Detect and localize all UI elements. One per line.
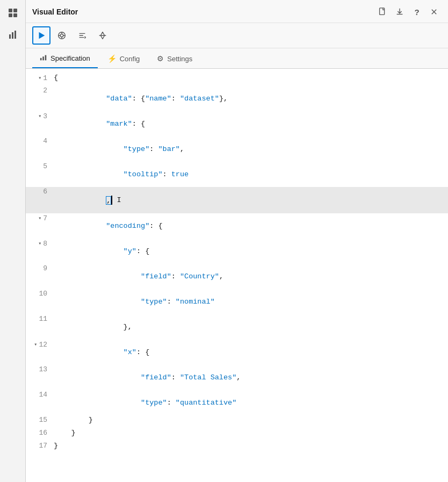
code-line-12-content: "x": { — [54, 340, 448, 364]
format-button[interactable] — [73, 26, 91, 45]
code-line-15-content: } — [54, 416, 448, 424]
line-number-17: 17 — [26, 442, 54, 450]
new-file-button[interactable] — [375, 4, 390, 19]
code-line-11-content: }, — [54, 315, 448, 339]
svg-rect-2 — [9, 13, 12, 17]
code-key: "data" — [89, 95, 132, 103]
table-row: ▾ 8 "y": { — [26, 239, 448, 264]
line-number-16: 16 — [26, 429, 54, 437]
code-line-9-content: "field": "Country", — [54, 264, 448, 289]
toolbar — [26, 23, 448, 48]
table-row: 16 } — [26, 428, 448, 441]
line-number-9: 9 — [26, 264, 54, 272]
code-line-7-content: "encoding": { — [54, 214, 448, 238]
code-line-17-content: } — [54, 442, 448, 450]
main-panel: Visual Editor ? — [26, 0, 448, 482]
fold-arrow-12[interactable]: ▾ — [34, 341, 37, 348]
line-number-4: 4 — [26, 137, 54, 145]
line-number-1: ▾ 1 — [26, 74, 54, 82]
line-number-6: 6 — [26, 188, 54, 196]
fold-arrow-3[interactable]: ▾ — [38, 113, 41, 119]
svg-rect-13 — [45, 55, 47, 61]
code-line-14-content: "type": "quantitative" — [54, 391, 448, 415]
line-number-12: ▾ 12 — [26, 341, 54, 349]
help-button[interactable]: ? — [409, 4, 424, 19]
table-row: ▾ 7 "encoding": { — [26, 213, 448, 239]
table-row: 15 } — [26, 415, 448, 428]
svg-rect-11 — [40, 58, 42, 60]
close-button[interactable] — [427, 4, 442, 19]
table-row: ▾ 12 "x": { — [26, 340, 448, 365]
line-number-3: ▾ 3 — [26, 112, 54, 120]
code-line-13-content: "field": "Total Sales", — [54, 365, 448, 390]
code-line-6-content: , I — [54, 188, 448, 213]
table-row: 13 "field": "Total Sales", — [26, 365, 448, 390]
code-line-16-content: } — [54, 429, 448, 437]
table-row: ▾ 1 { — [26, 73, 448, 86]
run-button[interactable] — [32, 26, 50, 45]
code-line-8-content: "y": { — [54, 239, 448, 263]
line-number-2: 2 — [26, 87, 54, 95]
debug-button[interactable] — [53, 26, 71, 45]
fold-arrow-8[interactable]: ▾ — [38, 240, 41, 247]
config-tab-icon: ⚡ — [107, 54, 117, 63]
table-row: 17 } — [26, 441, 448, 454]
sidebar-chart-icon[interactable] — [4, 26, 21, 43]
code-line-10-content: "type": "nominal" — [54, 290, 448, 314]
config-tab-label: Config — [120, 55, 140, 63]
specification-tab-icon — [40, 54, 47, 63]
svg-point-10 — [60, 34, 63, 37]
line-number-5: 5 — [26, 162, 54, 170]
line-number-14: 14 — [26, 391, 54, 399]
settings-tab[interactable]: ⚙ Settings — [149, 49, 200, 68]
table-row: 11 }, — [26, 314, 448, 340]
table-row: 5 "tooltip": true — [26, 162, 448, 187]
svg-rect-5 — [12, 32, 13, 39]
code-line-1-content: { — [54, 74, 448, 82]
code-editor[interactable]: ▾ 1 { 2 "data": {"name": "dataset"}, ▾ 3… — [26, 69, 448, 482]
svg-rect-12 — [42, 56, 44, 60]
svg-marker-8 — [39, 32, 45, 39]
code-line-5-content: "tooltip": true — [54, 162, 448, 186]
svg-rect-6 — [15, 31, 16, 39]
svg-rect-3 — [13, 13, 17, 17]
table-row: 4 "type": "bar", — [26, 136, 448, 162]
export-button[interactable] — [392, 4, 407, 19]
line-number-7: ▾ 7 — [26, 214, 54, 222]
code-line-4-content: "type": "bar", — [54, 137, 448, 161]
left-sidebar — [0, 0, 26, 482]
table-row: ▾ 3 "mark": { — [26, 111, 448, 136]
svg-rect-4 — [9, 34, 11, 39]
diff-button[interactable] — [93, 26, 112, 45]
table-row: 10 "type": "nominal" — [26, 289, 448, 314]
table-row: 2 "data": {"name": "dataset"}, — [26, 86, 448, 111]
header-actions: ? — [375, 4, 442, 19]
settings-tab-icon: ⚙ — [157, 54, 164, 63]
panel-header: Visual Editor ? — [26, 0, 448, 23]
cursor-box: , — [106, 196, 111, 205]
config-tab[interactable]: ⚡ Config — [100, 49, 148, 68]
table-row: 14 "type": "quantitative" — [26, 390, 448, 415]
settings-tab-label: Settings — [167, 55, 192, 63]
sidebar-grid-icon[interactable] — [4, 4, 21, 21]
table-row: 9 "field": "Country", — [26, 264, 448, 289]
line-number-11: 11 — [26, 315, 54, 323]
line-number-10: 10 — [26, 290, 54, 298]
tab-bar: Specification ⚡ Config ⚙ Settings — [26, 48, 448, 69]
fold-arrow-1[interactable]: ▾ — [38, 75, 41, 81]
specification-tab[interactable]: Specification — [32, 48, 98, 68]
svg-rect-0 — [9, 9, 12, 12]
line-number-13: 13 — [26, 365, 54, 373]
code-line-3-content: "mark": { — [54, 112, 448, 136]
line-number-15: 15 — [26, 416, 54, 424]
svg-rect-7 — [380, 8, 385, 15]
specification-tab-label: Specification — [50, 54, 90, 62]
fold-arrow-7[interactable]: ▾ — [38, 215, 41, 221]
code-line-2-content: "data": {"name": "dataset"}, — [54, 87, 448, 111]
panel-title: Visual Editor — [32, 8, 78, 16]
table-row: 6 , I — [26, 187, 448, 213]
line-number-8: ▾ 8 — [26, 240, 54, 248]
help-label: ? — [414, 8, 419, 17]
svg-rect-1 — [13, 9, 17, 12]
